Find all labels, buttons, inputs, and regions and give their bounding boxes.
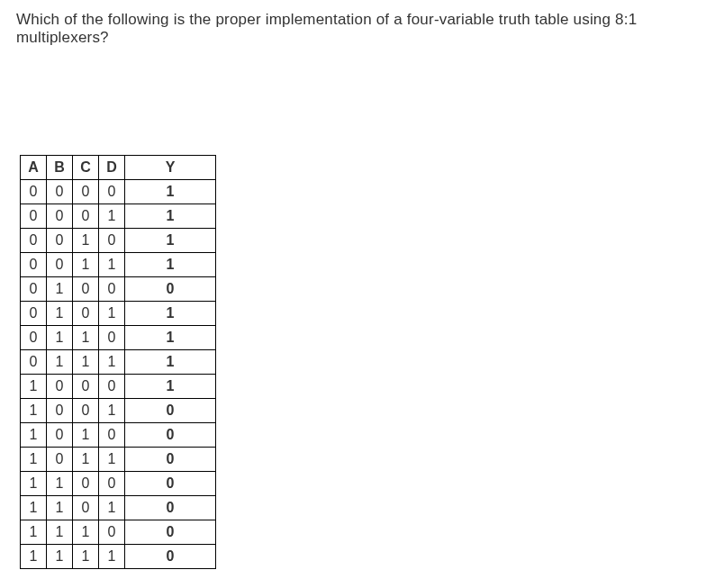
- table-row: 11010: [21, 496, 216, 520]
- table-row: 00101: [21, 229, 216, 253]
- cell-d: 0: [99, 520, 125, 545]
- cell-b: 1: [47, 350, 73, 375]
- cell-a: 1: [21, 545, 47, 569]
- cell-b: 1: [47, 326, 73, 350]
- cell-y: 0: [125, 448, 216, 472]
- cell-c: 0: [73, 496, 99, 520]
- cell-d: 1: [99, 399, 125, 423]
- cell-d: 1: [99, 545, 125, 569]
- cell-y: 0: [125, 423, 216, 448]
- cell-c: 1: [73, 423, 99, 448]
- cell-y: 1: [125, 326, 216, 350]
- cell-a: 1: [21, 423, 47, 448]
- cell-a: 0: [21, 277, 47, 302]
- cell-c: 1: [73, 350, 99, 375]
- cell-b: 0: [47, 399, 73, 423]
- cell-c: 1: [73, 448, 99, 472]
- cell-b: 1: [47, 277, 73, 302]
- cell-d: 0: [99, 326, 125, 350]
- cell-c: 1: [73, 520, 99, 545]
- cell-d: 1: [99, 496, 125, 520]
- table-row: 01101: [21, 326, 216, 350]
- table-row: 11100: [21, 520, 216, 545]
- cell-y: 0: [125, 520, 216, 545]
- cell-y: 0: [125, 496, 216, 520]
- table-header-row: A B C D Y: [21, 156, 216, 180]
- cell-d: 1: [99, 302, 125, 326]
- cell-c: 1: [73, 253, 99, 277]
- cell-a: 0: [21, 253, 47, 277]
- cell-b: 0: [47, 423, 73, 448]
- cell-a: 1: [21, 399, 47, 423]
- cell-d: 1: [99, 204, 125, 229]
- cell-a: 0: [21, 204, 47, 229]
- cell-y: 1: [125, 375, 216, 399]
- cell-c: 1: [73, 326, 99, 350]
- cell-d: 1: [99, 448, 125, 472]
- cell-d: 1: [99, 253, 125, 277]
- cell-d: 0: [99, 472, 125, 496]
- table-row: 00001: [21, 180, 216, 204]
- table-row: 11000: [21, 472, 216, 496]
- table-row: 10001: [21, 375, 216, 399]
- table-row: 10110: [21, 448, 216, 472]
- cell-a: 1: [21, 496, 47, 520]
- cell-c: 1: [73, 545, 99, 569]
- cell-d: 0: [99, 180, 125, 204]
- header-c: C: [73, 156, 99, 180]
- cell-d: 0: [99, 375, 125, 399]
- cell-a: 0: [21, 350, 47, 375]
- cell-y: 0: [125, 277, 216, 302]
- table-row: 00011: [21, 204, 216, 229]
- cell-c: 0: [73, 302, 99, 326]
- cell-b: 1: [47, 545, 73, 569]
- truth-table: A B C D Y 000010001100101001110100001011…: [20, 155, 216, 569]
- cell-d: 0: [99, 277, 125, 302]
- cell-a: 1: [21, 448, 47, 472]
- cell-b: 0: [47, 180, 73, 204]
- table-row: 01011: [21, 302, 216, 326]
- cell-y: 1: [125, 302, 216, 326]
- question-text: Which of the following is the proper imp…: [16, 11, 690, 47]
- table-row: 10100: [21, 423, 216, 448]
- cell-c: 1: [73, 229, 99, 253]
- cell-y: 0: [125, 399, 216, 423]
- table-row: 11110: [21, 545, 216, 569]
- header-b: B: [47, 156, 73, 180]
- cell-y: 1: [125, 229, 216, 253]
- cell-a: 1: [21, 375, 47, 399]
- cell-a: 1: [21, 520, 47, 545]
- cell-a: 0: [21, 302, 47, 326]
- cell-c: 0: [73, 399, 99, 423]
- cell-y: 1: [125, 350, 216, 375]
- table-row: 01000: [21, 277, 216, 302]
- cell-b: 0: [47, 253, 73, 277]
- table-row: 00111: [21, 253, 216, 277]
- table-row: 01111: [21, 350, 216, 375]
- table-row: 10010: [21, 399, 216, 423]
- cell-c: 0: [73, 375, 99, 399]
- header-y: Y: [125, 156, 216, 180]
- cell-y: 0: [125, 472, 216, 496]
- cell-b: 0: [47, 204, 73, 229]
- cell-a: 0: [21, 229, 47, 253]
- cell-d: 0: [99, 229, 125, 253]
- header-a: A: [21, 156, 47, 180]
- cell-a: 0: [21, 326, 47, 350]
- cell-c: 0: [73, 277, 99, 302]
- cell-c: 0: [73, 180, 99, 204]
- cell-a: 1: [21, 472, 47, 496]
- cell-y: 0: [125, 545, 216, 569]
- cell-b: 1: [47, 520, 73, 545]
- cell-y: 1: [125, 204, 216, 229]
- cell-y: 1: [125, 253, 216, 277]
- cell-b: 1: [47, 472, 73, 496]
- cell-a: 0: [21, 180, 47, 204]
- cell-b: 0: [47, 448, 73, 472]
- cell-b: 0: [47, 375, 73, 399]
- cell-d: 1: [99, 350, 125, 375]
- cell-b: 0: [47, 229, 73, 253]
- cell-y: 1: [125, 180, 216, 204]
- cell-b: 1: [47, 302, 73, 326]
- header-d: D: [99, 156, 125, 180]
